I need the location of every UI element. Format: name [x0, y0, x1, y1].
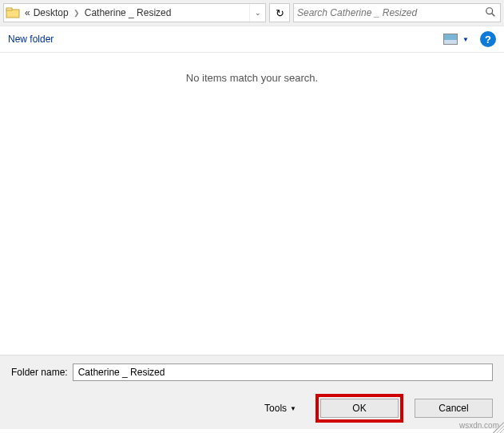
resize-grip[interactable] — [493, 422, 504, 433]
ok-button[interactable]: OK — [320, 399, 399, 418]
tools-menu[interactable]: Tools ▼ — [264, 403, 304, 414]
search-input[interactable] — [297, 7, 484, 18]
search-icon[interactable] — [484, 6, 497, 20]
folder-icon — [6, 6, 20, 20]
breadcrumb-prefix: « — [23, 7, 32, 18]
thumbnail-icon — [443, 34, 458, 45]
svg-line-3 — [492, 13, 495, 16]
tools-label: Tools — [264, 403, 287, 414]
view-options-button[interactable]: ▼ — [443, 34, 469, 45]
empty-message: No items match your search. — [186, 72, 318, 355]
cancel-button[interactable]: Cancel — [415, 399, 493, 418]
address-bar[interactable]: « Desktop ❯ Catherine _ Resized ⌄ — [3, 3, 266, 22]
search-box[interactable] — [293, 3, 501, 22]
refresh-button[interactable]: ↻ — [269, 3, 290, 22]
chevron-down-icon: ▼ — [462, 36, 469, 43]
address-dropdown[interactable]: ⌄ — [249, 4, 265, 22]
folder-name-input[interactable] — [73, 363, 493, 381]
breadcrumb-desktop[interactable]: Desktop — [32, 7, 70, 18]
breadcrumb-current[interactable]: Catherine _ Resized — [83, 7, 173, 18]
chevron-right-icon[interactable]: ❯ — [70, 9, 83, 17]
svg-point-2 — [486, 7, 493, 14]
file-list-area: No items match your search. — [0, 53, 504, 355]
help-icon[interactable]: ? — [480, 31, 496, 47]
chevron-down-icon: ▼ — [290, 405, 296, 412]
ok-highlight-box: OK — [315, 394, 403, 423]
folder-name-label: Folder name: — [11, 367, 68, 378]
new-folder-button[interactable]: New folder — [8, 34, 54, 45]
svg-rect-1 — [6, 8, 12, 10]
